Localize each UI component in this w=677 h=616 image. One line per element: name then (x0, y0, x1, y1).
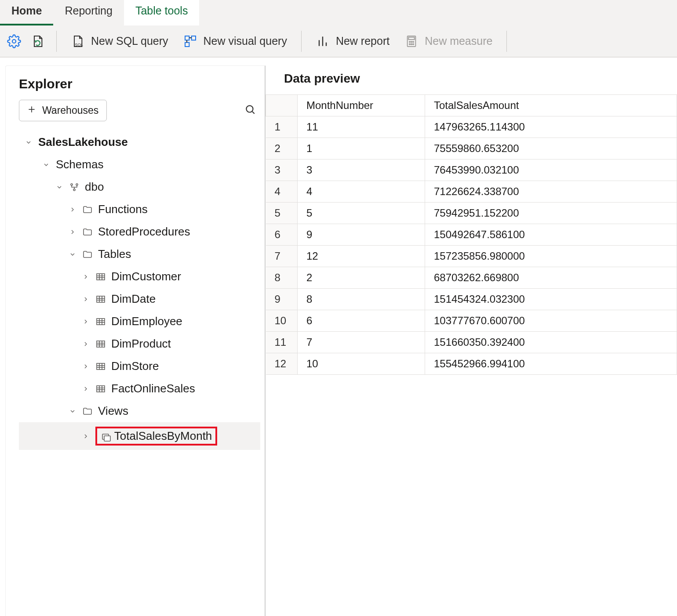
table-row[interactable]: 4471226624.338700 (266, 181, 677, 203)
svg-rect-33 (97, 319, 105, 325)
cell-amount[interactable]: 75942951.152200 (425, 203, 677, 224)
table-row[interactable]: 69150492647.586100 (266, 224, 677, 246)
tree-schemas[interactable]: Schemas (19, 153, 260, 176)
cell-amount[interactable]: 150492647.586100 (425, 224, 677, 246)
table-row[interactable]: 5575942951.152200 (266, 203, 677, 224)
tree-view-selected[interactable]: TotalSalesByMonth (19, 422, 260, 450)
chevron-down-icon (24, 139, 33, 146)
cell-amount[interactable]: 151454324.032300 (425, 289, 677, 310)
table-row[interactable]: 106103777670.600700 (266, 310, 677, 332)
column-header-amount[interactable]: TotalSalesAmount (425, 95, 677, 116)
table-row[interactable]: 2175559860.653200 (266, 138, 677, 159)
visual-query-icon (183, 34, 197, 48)
tree-lakehouse-label: SalesLakehouse (38, 135, 128, 149)
cell-month[interactable]: 3 (298, 159, 425, 181)
sql-file-icon: SQL (71, 34, 85, 48)
row-number-header[interactable] (266, 95, 298, 116)
table-icon (95, 361, 106, 372)
cell-month[interactable]: 7 (298, 332, 425, 353)
explorer-search-button[interactable] (240, 99, 260, 121)
tab-reporting[interactable]: Reporting (53, 0, 124, 25)
cell-month[interactable]: 1 (298, 138, 425, 159)
tree-dbo[interactable]: dbo (19, 176, 260, 198)
chevron-right-icon (81, 273, 90, 280)
cell-month[interactable]: 2 (298, 267, 425, 289)
table-row[interactable]: 117151660350.392400 (266, 332, 677, 353)
calculator-icon (404, 34, 419, 48)
folder-icon (82, 406, 93, 417)
new-visual-query-button[interactable]: New visual query (178, 32, 292, 51)
toolbar-separator (301, 31, 302, 52)
tree-table[interactable]: DimStore (19, 355, 260, 377)
cell-month[interactable]: 9 (298, 224, 425, 246)
row-number-cell[interactable]: 1 (266, 116, 298, 138)
row-number-cell[interactable]: 12 (266, 353, 298, 375)
cell-amount[interactable]: 147963265.114300 (425, 116, 677, 138)
refresh-button[interactable] (28, 32, 47, 51)
cell-month[interactable]: 5 (298, 203, 425, 224)
row-number-cell[interactable]: 10 (266, 310, 298, 332)
cell-amount[interactable]: 76453990.032100 (425, 159, 677, 181)
tree-table[interactable]: DimDate (19, 288, 260, 310)
tree-table[interactable]: DimProduct (19, 333, 260, 355)
svg-point-20 (71, 184, 73, 185)
tree-table[interactable]: FactOnlineSales (19, 377, 260, 400)
tree-functions[interactable]: Functions (19, 198, 260, 221)
tree-storedprocedures[interactable]: StoredProcedures (19, 221, 260, 243)
tree-schemas-label: Schemas (56, 158, 103, 171)
new-report-button[interactable]: New report (310, 32, 395, 51)
settings-button[interactable] (4, 32, 24, 51)
svg-point-22 (73, 189, 75, 191)
cell-month[interactable]: 12 (298, 246, 425, 267)
row-number-cell[interactable]: 6 (266, 224, 298, 246)
table-row[interactable]: 98151454324.032300 (266, 289, 677, 310)
cell-amount[interactable]: 103777670.600700 (425, 310, 677, 332)
cell-month[interactable]: 10 (298, 353, 425, 375)
tree-tables[interactable]: Tables (19, 243, 260, 265)
tree-tables-label: Tables (98, 247, 131, 261)
row-number-cell[interactable]: 7 (266, 246, 298, 267)
cell-amount[interactable]: 157235856.980000 (425, 246, 677, 267)
table-row[interactable]: 3376453990.032100 (266, 159, 677, 181)
cell-month[interactable]: 8 (298, 289, 425, 310)
column-header-month[interactable]: MonthNumber (298, 95, 425, 116)
ribbon-toolbar: SQL New SQL query New visual query New r… (0, 25, 677, 57)
tree-table[interactable]: DimEmployee (19, 310, 260, 333)
cell-amount[interactable]: 68703262.669800 (425, 267, 677, 289)
table-row[interactable]: 712157235856.980000 (266, 246, 677, 267)
svg-point-21 (76, 184, 78, 185)
tree-lakehouse[interactable]: SalesLakehouse (19, 131, 260, 153)
cell-amount[interactable]: 155452966.994100 (425, 353, 677, 375)
data-preview-panel: Data preview MonthNumber TotalSalesAmoun… (266, 58, 677, 616)
row-number-cell[interactable]: 3 (266, 159, 298, 181)
table-icon (95, 316, 106, 327)
row-number-cell[interactable]: 9 (266, 289, 298, 310)
table-row[interactable]: 111147963265.114300 (266, 116, 677, 138)
toolbar-separator (506, 31, 507, 52)
row-number-cell[interactable]: 8 (266, 267, 298, 289)
new-sql-query-button[interactable]: SQL New SQL query (66, 32, 174, 51)
tab-table-tools[interactable]: Table tools (124, 0, 200, 25)
cell-month[interactable]: 6 (298, 310, 425, 332)
table-row[interactable]: 8268703262.669800 (266, 267, 677, 289)
tab-home[interactable]: Home (0, 0, 53, 25)
row-number-cell[interactable]: 5 (266, 203, 298, 224)
chevron-right-icon (81, 341, 90, 348)
row-number-cell[interactable]: 4 (266, 181, 298, 203)
svg-rect-3 (191, 36, 195, 40)
tree-table[interactable]: DimCustomer (19, 265, 260, 288)
cell-month[interactable]: 4 (298, 181, 425, 203)
new-sql-query-label: New SQL query (91, 35, 168, 47)
row-number-cell[interactable]: 11 (266, 332, 298, 353)
svg-point-15 (413, 43, 414, 44)
row-number-cell[interactable]: 2 (266, 138, 298, 159)
cell-month[interactable]: 11 (298, 116, 425, 138)
table-row[interactable]: 1210155452966.994100 (266, 353, 677, 375)
chevron-down-icon (42, 161, 51, 168)
cell-amount[interactable]: 151660350.392400 (425, 332, 677, 353)
cell-amount[interactable]: 71226624.338700 (425, 181, 677, 203)
cell-amount[interactable]: 75559860.653200 (425, 138, 677, 159)
gear-icon (7, 34, 21, 48)
tree-views[interactable]: Views (19, 400, 260, 422)
warehouses-button[interactable]: Warehouses (19, 100, 107, 121)
